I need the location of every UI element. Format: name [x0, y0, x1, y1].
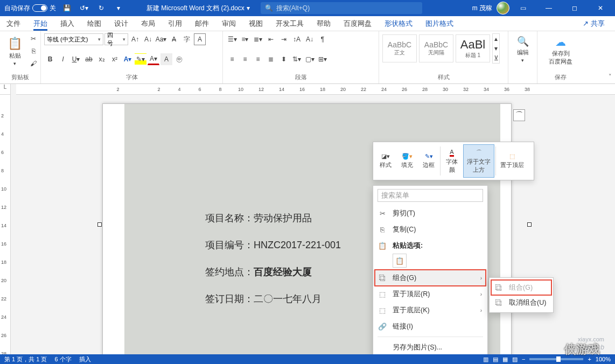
search-box[interactable]: 🔍 搜索(Alt+Q) — [261, 2, 422, 14]
cut-icon[interactable]: ✂ — [27, 33, 39, 45]
decrease-indent-icon[interactable]: ⇤ — [265, 33, 277, 45]
tab-shape-format[interactable]: 形状格式 — [378, 16, 419, 31]
paste-option-default[interactable]: 📋 — [393, 254, 407, 268]
layout-options-icon[interactable]: ⌒ — [513, 109, 525, 121]
mini-wrap[interactable]: ⌒浮于文字 上方 — [463, 144, 494, 178]
collapse-ribbon-icon[interactable]: ˅ — [609, 73, 612, 80]
grow-font-icon[interactable]: A↑ — [129, 33, 141, 45]
justify-icon[interactable]: ≣ — [265, 53, 277, 65]
menu-cut[interactable]: ✂剪切(T) — [373, 205, 487, 221]
mini-font-color[interactable]: A字体 颜 — [442, 144, 462, 178]
mini-outline[interactable]: ✎▾边框 — [418, 144, 439, 178]
mini-bring-front[interactable]: ⬚置于顶层 — [497, 144, 527, 178]
style-nospace[interactable]: AaBbC无间隔 — [419, 34, 453, 62]
multilevel-icon[interactable]: ≣▾ — [252, 33, 264, 45]
save-baidu-button[interactable]: ☁ 保存到 百度网盘 — [541, 33, 581, 68]
tab-draw[interactable]: 绘图 — [81, 16, 108, 31]
highlight-icon[interactable]: ✎▾ — [135, 53, 146, 65]
document-area[interactable]: 项目名称：劳动保护用品 项目编号：HNZC2017-221-001 签约地点：百… — [16, 95, 615, 354]
tab-picture-format[interactable]: 图片格式 — [419, 16, 460, 31]
menu-search-input[interactable]: 搜索菜单 — [378, 189, 483, 202]
italic-icon[interactable]: I — [57, 53, 69, 65]
textbox-handle[interactable] — [97, 222, 102, 227]
redo-icon[interactable]: ↻ — [95, 2, 108, 15]
styles-up-icon[interactable]: ▴ — [493, 34, 499, 44]
line-spacing-icon[interactable]: ⇅▾ — [291, 53, 303, 65]
undo-icon[interactable]: ↺▾ — [78, 2, 90, 15]
distribute-icon[interactable]: ⬍ — [278, 53, 290, 65]
status-page[interactable]: 第 1 页，共 1 页 — [4, 355, 47, 363]
textbox-handle[interactable] — [527, 222, 532, 227]
bullets-icon[interactable]: ☰▾ — [226, 33, 238, 45]
tab-insert[interactable]: 插入 — [54, 16, 81, 31]
tab-file[interactable]: 文件 — [0, 16, 27, 31]
tab-view[interactable]: 视图 — [242, 16, 269, 31]
document-title[interactable]: 新建 Microsoft Word 文档 (2).docx▾ — [146, 4, 250, 13]
status-words[interactable]: 6 个字 — [54, 355, 71, 363]
tab-layout[interactable]: 布局 — [135, 16, 162, 31]
strikethrough-icon[interactable]: ab — [83, 53, 95, 65]
toggle-off-icon[interactable] — [32, 4, 47, 12]
copy-icon[interactable]: ⎘ — [27, 46, 39, 57]
tab-references[interactable]: 引用 — [162, 16, 188, 31]
paste-button[interactable]: 📋 粘贴 ▾ — [3, 33, 26, 69]
share-button[interactable]: ↗ 共享 — [577, 17, 611, 30]
tab-baidu[interactable]: 百度网盘 — [337, 16, 378, 31]
subscript-icon[interactable]: x₂ — [96, 53, 108, 65]
tab-review[interactable]: 审阅 — [215, 16, 242, 31]
username[interactable]: m 茂稼 — [472, 4, 492, 13]
print-layout-icon[interactable]: ▦ — [502, 356, 508, 363]
minimize-icon[interactable]: — — [536, 0, 561, 16]
zoom-slider[interactable] — [529, 358, 583, 360]
autosave-toggle[interactable]: 自动保存 关 — [4, 4, 56, 13]
focus-mode-icon[interactable]: ▥ — [483, 356, 488, 363]
font-size-combo[interactable]: 四号 — [104, 33, 128, 45]
align-right-icon[interactable]: ≡ — [252, 53, 264, 65]
increase-indent-icon[interactable]: ⇥ — [278, 33, 290, 45]
text-direction-icon[interactable]: ↕A — [291, 33, 303, 45]
menu-group[interactable]: ⿻组合(G)› — [373, 270, 487, 286]
borders-icon[interactable]: ⊞▾ — [317, 53, 329, 65]
align-center-icon[interactable]: ≡ — [239, 53, 251, 65]
menu-send-back[interactable]: ⬚置于底层(K)› — [373, 302, 487, 318]
submenu-ungroup-item[interactable]: ⿻取消组合(U) — [490, 295, 553, 310]
clear-format-icon[interactable]: A̶ — [168, 33, 180, 45]
phonetic-icon[interactable]: 字 — [181, 33, 193, 45]
char-border-icon[interactable]: A — [194, 33, 206, 45]
editing-button[interactable]: 🔍 编辑 ▾ — [512, 33, 534, 65]
ribbon-display-icon[interactable]: ▭ — [511, 0, 535, 16]
text-effects-icon[interactable]: A▾ — [122, 53, 134, 65]
avatar[interactable] — [497, 2, 509, 15]
ruler-horizontal[interactable]: 22468101214161820222426283032343638 — [16, 84, 615, 95]
menu-copy[interactable]: ⎘复制(C) — [373, 221, 487, 237]
submenu-group-item[interactable]: ⿻组合(G) — [490, 280, 553, 295]
font-color-icon[interactable]: A▾ — [148, 53, 159, 65]
shrink-font-icon[interactable]: A↓ — [142, 33, 154, 45]
maximize-icon[interactable]: ◻ — [562, 0, 587, 16]
mini-style[interactable]: ◪▾样式 — [375, 144, 396, 178]
char-shade-icon[interactable]: A — [160, 53, 172, 65]
menu-link[interactable]: 🔗链接(I) — [373, 318, 487, 334]
style-heading1[interactable]: AaBl标题 1 — [456, 34, 490, 62]
zoom-out-icon[interactable]: − — [522, 356, 525, 362]
status-mode[interactable]: 插入 — [79, 355, 91, 363]
menu-bring-front[interactable]: ⬚置于顶层(R)› — [373, 286, 487, 302]
tab-help[interactable]: 帮助 — [310, 16, 337, 31]
numbering-icon[interactable]: ≡▾ — [239, 33, 251, 45]
tab-design[interactable]: 设计 — [108, 16, 135, 31]
superscript-icon[interactable]: x² — [109, 53, 121, 65]
web-layout-icon[interactable]: ▨ — [512, 356, 518, 363]
mini-fill[interactable]: 🪣▾填充 — [397, 144, 417, 178]
font-name-combo[interactable]: 等线 (中文正文) — [44, 33, 103, 45]
ruler-vertical[interactable]: 246810121416182022242628 — [0, 95, 11, 354]
sort-icon[interactable]: A↓ — [304, 33, 316, 45]
close-icon[interactable]: ✕ — [588, 0, 613, 16]
shading-icon[interactable]: ▢▾ — [304, 53, 316, 65]
tab-home[interactable]: 开始 — [27, 16, 54, 31]
tab-mailings[interactable]: 邮件 — [188, 16, 215, 31]
format-painter-icon[interactable]: 🖌 — [27, 58, 39, 69]
styles-down-icon[interactable]: ▾ — [493, 44, 499, 53]
menu-save-as-picture[interactable]: 另存为图片(S)... — [373, 339, 487, 355]
align-left-icon[interactable]: ≡ — [226, 53, 238, 65]
underline-icon[interactable]: U▾ — [70, 53, 82, 65]
